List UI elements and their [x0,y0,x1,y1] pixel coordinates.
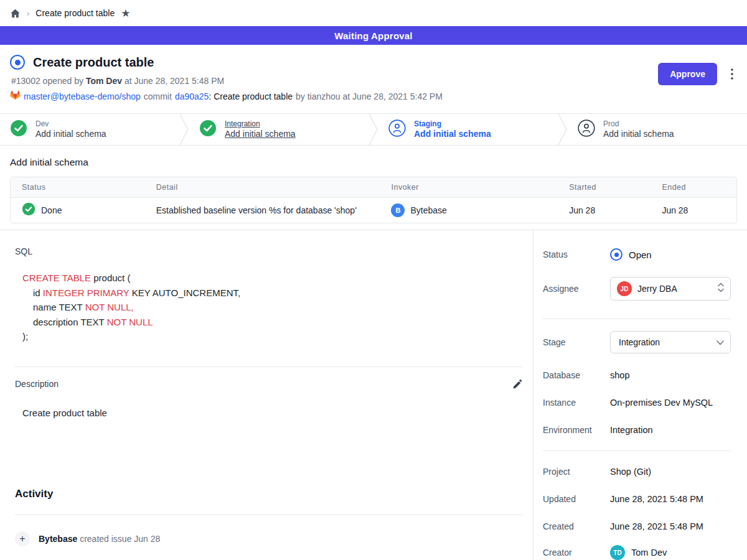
issue-header: Create product table #13002 opened by To… [0,45,747,113]
stage-separator-chevron [369,114,378,145]
content-area: SQL CREATE TABLE product ( id INTEGER PR… [0,230,747,560]
column-header-detail: Detail [145,177,380,197]
sql-keyword: INTEGER PRIMARY [43,287,129,298]
column-header-ended: Ended [651,177,736,197]
divider [15,515,523,515]
stage-dev[interactable]: Dev Add initial schema [0,114,179,145]
pipeline-bar: Dev Add initial schema Integration Add i… [0,113,747,146]
task-started: Jun 28 [558,197,651,223]
sql-section-label: SQL [15,246,523,256]
check-circle-icon [10,119,27,139]
sql-keyword: NOT NULL, [85,302,134,312]
breadcrumb-chevron-icon: › [27,9,29,18]
task-table-header-row: Status Detail Invoker Started Ended [11,177,736,197]
issue-meta: #13002 opened by Tom Dev at June 28, 202… [10,76,732,86]
environment-label: Environment [543,425,610,435]
database-value: shop [610,370,629,380]
stage-separator-chevron [179,114,189,145]
project-label: Project [543,467,610,477]
activity-title: Activity [15,488,523,500]
vcs-commit-message: : Create product table [209,91,293,101]
stage-env-label: Prod [603,119,674,128]
task-row: Done Established baseline version %s for… [11,197,736,223]
column-header-status: Status [11,177,145,197]
edit-pencil-icon[interactable] [512,379,523,390]
activity-author: Bytebase [39,534,77,544]
stage-prod[interactable]: Prod Add initial schema [568,114,747,145]
vcs-commit-byline: by tianzhou at June 28, 2021 5:42 PM [296,91,443,101]
stage-value: Integration [619,337,711,347]
description-text: Create product table [22,408,523,418]
sql-text: description TEXT [33,317,107,327]
plus-icon: + [15,531,30,546]
column-header-started: Started [558,177,651,197]
favorite-star-icon[interactable]: ★ [121,8,130,19]
sql-text: product ( [91,273,130,283]
activity-text: created issue Jun 28 [80,534,160,544]
open-status-icon [610,248,622,261]
stage-task-label: Add initial schema [603,129,674,139]
activity-item: + Bytebase created issue Jun 28 [15,531,523,546]
up-down-chevron-icon [718,282,724,295]
sql-keyword: NOT NULL [107,317,153,327]
status-banner-text: Waiting Approval [334,30,412,41]
issue-title: Create product table [33,55,154,70]
database-label: Database [543,370,610,380]
vcs-branch-link[interactable]: master@bytebase-demo/shop [24,91,141,101]
person-circle-icon [388,119,406,139]
task-status: Done [41,205,62,215]
chevron-down-icon [716,337,724,348]
home-icon[interactable] [10,8,21,19]
created-value: June 28, 2021 5:48 PM [610,521,703,531]
updated-label: Updated [543,494,610,504]
stage-task-label: Add initial schema [414,129,491,139]
creator-avatar: TD [610,545,625,560]
stage-select[interactable]: Integration [610,331,731,353]
column-header-invoker: Invoker [380,177,558,197]
created-label: Created [543,521,610,531]
kebab-menu-icon[interactable] [731,68,733,82]
issue-opened-time: at June 28, 2021 5:48 PM [125,76,224,86]
sql-code-block: CREATE TABLE product ( id INTEGER PRIMAR… [22,271,523,344]
issue-open-icon [10,55,25,70]
sql-text: name TEXT [33,302,85,312]
divider [543,450,731,451]
assignee-label: Assignee [543,284,610,294]
project-value: Shop (Git) [610,467,651,477]
description-label: Description [15,379,59,389]
task-table: Status Detail Invoker Started Ended [10,177,737,223]
task-ended: Jun 28 [651,197,736,223]
task-detail: Established baseline version %s for data… [145,197,380,223]
assignee-select[interactable]: JD Jerry DBA [610,277,731,301]
divider [15,366,523,367]
task-section-title: Add initial schema [10,157,737,168]
gitlab-icon [10,90,21,102]
person-circle-icon [578,119,595,139]
stage-env-label: Dev [35,119,106,128]
task-invoker: Bytebase [410,205,446,215]
creator-label: Creator [543,548,610,558]
vcs-commit-line: master@bytebase-demo/shop commit da90a25… [10,90,732,102]
stage-staging[interactable]: Staging Add initial schema [378,114,558,145]
vcs-commit-word: commit [144,91,172,101]
stage-separator-chevron [558,114,568,145]
check-circle-icon [22,202,35,218]
status-label: Status [543,250,610,259]
bytebase-issue-page: › Create product table ★ Waiting Approva… [0,0,747,560]
environment-value: Integration [610,425,653,435]
issue-author: Tom Dev [86,76,122,86]
assignee-value: Jerry DBA [637,284,712,294]
vcs-commit-hash-link[interactable]: da90a25 [175,91,209,101]
stage-env-label: Integration [225,119,296,128]
approve-button[interactable]: Approve [658,63,717,85]
sql-text: ); [22,331,28,342]
stage-integration[interactable]: Integration Add initial schema [189,114,369,145]
breadcrumb: › Create product table ★ [0,0,747,26]
stage-env-label: Staging [414,119,491,128]
creator-value: Tom Dev [631,548,667,558]
check-circle-icon [199,119,217,139]
status-value: Open [629,250,652,260]
status-banner: Waiting Approval [0,26,747,45]
sql-text: KEY AUTO_INCREMENT, [129,287,240,298]
sidebar: Status Open Assignee JD Jerry DBA [533,230,747,560]
